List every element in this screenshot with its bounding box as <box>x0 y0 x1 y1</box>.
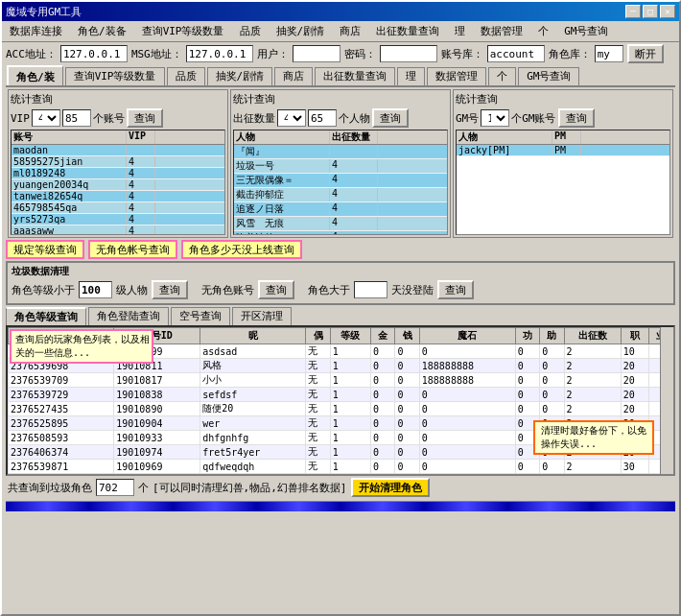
status-progress <box>6 502 675 511</box>
exp-count-input[interactable] <box>308 109 337 127</box>
vip-query-btn[interactable]: 查询 <box>127 108 163 128</box>
gm-list-header: 人物 PM <box>457 130 669 145</box>
exp-list-rows: 『闻』垃圾一号4三无限偶像＝4截击抑郁症4追逐ノ日落4风雪ゝ无痕4吃着法的4 <box>234 145 447 235</box>
vip-list-rows: maodan58595275jian4ml01892484yuangen2003… <box>12 145 224 235</box>
exp-list-item: 三无限偶像＝4 <box>234 174 447 188</box>
level-garbage-query-btn[interactable]: 查询 <box>152 280 188 299</box>
main-content: ACC地址： MSG地址： 用户： 密码： 账号库： 角色库： 断开 角色/装 … <box>2 42 679 514</box>
vip-query-row: VIP 4123 个账号 查询 <box>11 108 225 128</box>
callout-text-1: 查询后的玩家角色列表，以及相 关的一些信息... <box>15 334 150 358</box>
vip-list-item: 465798545qa4 <box>12 202 224 214</box>
menu-expedition[interactable]: 出征数量查询 <box>372 23 443 39</box>
label-msg: MSG地址： <box>131 47 182 61</box>
exp-select[interactable]: 4 <box>277 109 306 127</box>
acc-row: ACC地址： MSG地址： 用户： 密码： 账号库： 角色库： 断开 <box>6 44 675 63</box>
tab-lottery[interactable]: 抽奖/剧情 <box>207 67 273 85</box>
table-row: 2376539729 19010838 sefdsf 无 1 0 0 0 0 0… <box>9 388 673 402</box>
callout-box-2: 清理时最好备份下，以免 操作失误... <box>533 420 654 455</box>
exp-query-btn[interactable]: 查询 <box>372 108 409 128</box>
result-tab-empty[interactable]: 空号查询 <box>171 307 230 325</box>
menu-shop[interactable]: 商店 <box>336 23 364 39</box>
maximize-button[interactable]: □ <box>643 5 658 18</box>
tab-expedition-count[interactable]: 出征数量查询 <box>315 67 395 85</box>
addr-input[interactable] <box>60 45 128 62</box>
main-tab-bar: 角色/装 查询VIP等级数量 品质 抽奖/剧情 商店 出征数量查询 理 数据管理… <box>6 65 675 87</box>
menu-role[interactable]: 角色/装备 <box>74 23 130 39</box>
gm-list-item: jacky[PM]PM <box>457 145 669 156</box>
vip-stat-section: 统计查询 VIP 4123 个账号 查询 账号 VIP maoda <box>8 89 228 238</box>
garbage-row: 角色等级小于 级人物 查询 无角色账号 查询 角色大于 天没登陆 查询 <box>12 280 669 299</box>
found-count-input[interactable] <box>96 479 134 496</box>
level-input[interactable] <box>79 281 112 298</box>
exp-list-item: 『闻』 <box>234 145 447 159</box>
label-addr: ACC地址： <box>6 47 57 61</box>
result-tab-login[interactable]: 角色登陆查询 <box>88 307 169 325</box>
tab-shop[interactable]: 商店 <box>274 67 313 85</box>
label-people-count: 个人物 <box>339 111 370 126</box>
window-title: 魔域专用GM工具 <box>6 5 82 19</box>
menu-data[interactable]: 数据管理 <box>477 23 527 39</box>
menu-lottery[interactable]: 抽奖/剧情 <box>272 23 329 39</box>
th-expcount: 出征数 <box>564 328 621 344</box>
vip-select[interactable]: 4123 <box>32 109 60 127</box>
no-role-garbage-btn[interactable]: 查询 <box>258 280 294 299</box>
gm-query-btn[interactable]: 查询 <box>558 108 595 128</box>
th-magic: 魔石 <box>419 328 515 344</box>
tab-quality[interactable]: 品质 <box>167 67 205 85</box>
gm-select[interactable]: 1 <box>481 109 509 127</box>
minimize-button[interactable]: ─ <box>625 5 641 18</box>
tab-gm-query[interactable]: GM号查询 <box>518 67 579 85</box>
tab-data-manage[interactable]: 数据管理 <box>427 67 486 85</box>
menu-gm[interactable]: 个 <box>534 23 552 39</box>
vip-col-vip: VIP <box>127 130 155 144</box>
result-tab-level[interactable]: 角色等级查询 <box>6 307 86 325</box>
label-level-unit: 级人物 <box>116 283 148 297</box>
vip-list-item: yrs5273qa4 <box>12 214 224 225</box>
exp-list-item: 风雪ゝ无痕4 <box>234 217 447 231</box>
tab-vip-count[interactable]: 查询VIP等级数量 <box>65 67 165 85</box>
label-gm: GM号 <box>456 111 479 126</box>
main-window: 魔域专用GM工具 ─ □ ✕ 数据库连接 角色/装备 查询VIP等级数量 品质 … <box>0 0 681 616</box>
menu-quality[interactable]: 品质 <box>236 23 265 39</box>
table-row: 2376539871 19010969 qdfweqdqh 无 1 0 0 0 … <box>9 460 673 474</box>
status-bar <box>6 501 675 512</box>
bottom-section: 共查询到垃圾角色 个 [可以同时清理幻兽,物品,幻兽排名数据] 开始清理角色 <box>6 476 675 499</box>
exp-query-row: 出征数量 4 个人物 查询 <box>233 108 448 128</box>
table-row: 2376527435 19010890 随便20 无 1 0 0 0 0 0 2… <box>9 402 673 416</box>
vip-col-account: 账号 <box>12 130 127 144</box>
tab-role-equip[interactable]: 角色/装 <box>7 65 63 85</box>
db-input[interactable] <box>487 45 545 62</box>
no-role-query-btn[interactable]: 无角色帐号查询 <box>88 240 177 259</box>
th-merit: 功 <box>515 328 539 344</box>
start-clear-btn[interactable]: 开始清理角色 <box>351 478 430 497</box>
pwd-input[interactable] <box>380 45 437 62</box>
label-db: 账号库： <box>441 47 483 61</box>
connect-button[interactable]: 断开 <box>627 44 664 63</box>
menu-manage[interactable]: 理 <box>451 23 469 39</box>
three-sections: 统计查询 VIP 4123 个账号 查询 账号 VIP maoda <box>6 87 675 240</box>
gm-list: 人物 PM jacky[PM]PM <box>456 130 670 235</box>
label-no-role: 无角色账号 <box>201 283 254 297</box>
menu-gmquery[interactable]: GM号查询 <box>560 23 612 39</box>
gm-query-row: GM号 1 个GM账号 查询 <box>456 108 670 128</box>
th-nick: 昵 <box>200 328 306 344</box>
menu-database[interactable]: 数据库连接 <box>6 23 66 39</box>
days-input[interactable] <box>354 281 387 298</box>
menu-vip[interactable]: 查询VIP等级数量 <box>138 23 228 39</box>
label-exp: 出征数量 <box>233 111 275 126</box>
role-input[interactable] <box>595 45 623 62</box>
gm-list-rows: jacky[PM]PM <box>457 145 669 156</box>
user-input[interactable] <box>293 45 340 62</box>
scrollbar[interactable] <box>660 327 673 474</box>
tab-ge[interactable]: 个 <box>488 67 516 85</box>
main-table-container: 查询后的玩家角色列表，以及相 关的一些信息... 角色ID 账号ID 昵 偶 等… <box>6 325 675 476</box>
exp-list-header: 人物 出征数量 <box>234 130 447 145</box>
level-query-btn[interactable]: 规定等级查询 <box>6 240 84 259</box>
offline-query-btn[interactable]: 角色多少天没上线查询 <box>181 240 302 259</box>
tab-li[interactable]: 理 <box>397 67 425 85</box>
days-query-btn[interactable]: 查询 <box>437 280 474 299</box>
result-tab-open[interactable]: 开区清理 <box>232 307 292 325</box>
msg-input[interactable] <box>186 45 253 62</box>
vip-count-input[interactable] <box>62 109 91 127</box>
close-button[interactable]: ✕ <box>660 5 675 18</box>
